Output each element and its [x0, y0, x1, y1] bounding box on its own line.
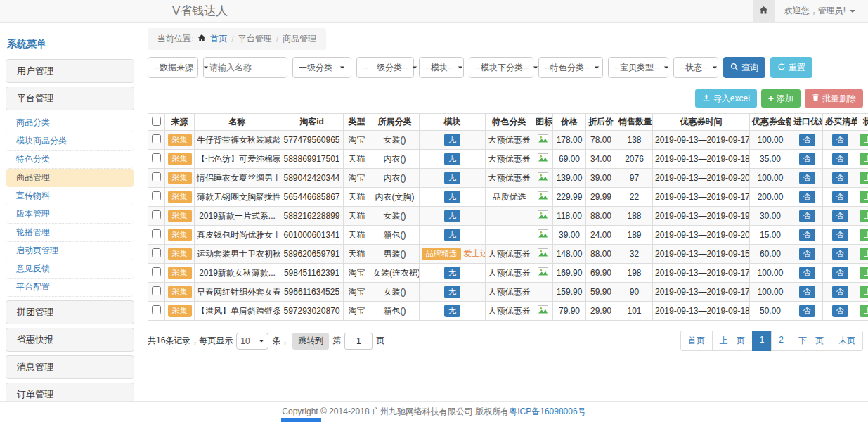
add-button[interactable]: + 添加 — [761, 89, 801, 108]
filter-select[interactable]: --模块-- — [419, 57, 464, 78]
table-row: 采集牛仔背带裤女秋装减龄...577479560965淘宝女装()无大额优惠券1… — [148, 131, 868, 150]
page-button[interactable]: 末页 — [831, 331, 863, 351]
module-badge: 品牌精选 — [422, 248, 461, 260]
icp-link[interactable]: 粤ICP备16098006号 — [509, 406, 585, 418]
sidebar-group[interactable]: 省惠快报 — [6, 328, 134, 352]
import-select-badge: 否 — [799, 153, 815, 165]
query-button[interactable]: 查询 — [723, 57, 765, 78]
sidebar-group[interactable]: 消息管理 — [6, 355, 134, 379]
module-badge: 无 — [444, 191, 460, 203]
must-buy-cell: 否 — [823, 169, 857, 188]
source-cell: 采集 — [165, 283, 195, 302]
filter-select[interactable]: --特色分类-- — [538, 57, 603, 78]
column-header: 模块 — [420, 114, 486, 131]
filter-select[interactable]: 一级分类 — [292, 57, 351, 78]
module-badge: 无 — [444, 210, 460, 222]
price: 148.00 — [553, 245, 586, 264]
breadcrumb-home-link[interactable]: 首页 — [210, 33, 227, 45]
coupon-amount: 200.00 — [750, 188, 791, 207]
product-icon-cell — [533, 169, 553, 188]
row-checkbox[interactable] — [152, 172, 161, 181]
row-checkbox[interactable] — [152, 267, 161, 276]
sidebar-item[interactable]: 平台配置 — [6, 279, 134, 297]
status-badge: 上架 — [860, 210, 868, 222]
reset-button[interactable]: 重置 — [770, 57, 812, 78]
sidebar-group[interactable]: 用户管理 — [6, 59, 134, 83]
sidebar-group[interactable]: 拼团管理 — [6, 300, 134, 324]
filter-select-label: --模块下分类-- — [475, 62, 529, 74]
jump-button[interactable]: 跳转到 — [292, 333, 329, 350]
row-checkbox[interactable] — [152, 305, 161, 314]
page-size-select[interactable]: 10 — [236, 333, 268, 350]
sidebar-item[interactable]: 意见反馈 — [6, 260, 134, 279]
breadcrumb-separator: / — [231, 34, 233, 44]
coupon-amount: 35.00 — [750, 150, 791, 169]
page-button[interactable]: 下一页 — [791, 331, 831, 351]
product-name: 早春网红针织外套女春... — [195, 283, 280, 302]
import-excel-button[interactable]: 导入excel — [695, 89, 757, 108]
must-buy-cell: 否 — [823, 131, 857, 150]
row-checkbox[interactable] — [152, 248, 161, 257]
select-all-checkbox[interactable] — [152, 117, 161, 126]
page-button[interactable]: 2 — [771, 331, 791, 351]
import-select-badge: 否 — [799, 286, 815, 298]
coupon-amount: 100.00 — [750, 264, 791, 283]
status-cell: 上架 — [857, 207, 868, 226]
product-category: 女装() — [370, 207, 420, 226]
column-header: 所属分类 — [370, 114, 420, 131]
filter-select[interactable]: --模块下分类-- — [469, 57, 533, 78]
data-source-select[interactable]: --数据来源-- — [148, 57, 198, 78]
sidebar-item[interactable]: 商品管理 — [6, 169, 134, 187]
column-header: 特色分类 — [486, 114, 533, 131]
sidebar-item[interactable]: 版本管理 — [6, 205, 134, 224]
page-button[interactable]: 上一页 — [712, 331, 753, 351]
sidebar-item[interactable]: 商品分类 — [6, 114, 134, 132]
feature-category: 大额优惠券 — [486, 131, 533, 150]
sidebar-item[interactable]: 启动页管理 — [6, 242, 134, 260]
price: 139.00 — [553, 169, 586, 188]
sidebar-group[interactable]: 订单管理 — [6, 383, 134, 401]
sales-count: 22 — [616, 188, 653, 207]
price: 118.00 — [553, 207, 586, 226]
chevron-down-icon — [533, 66, 538, 68]
home-button[interactable] — [753, 0, 775, 22]
table-row: 采集薄款无钢圈文胸聚拢性...565446685867天猫内衣(文胸)无品质优选… — [148, 188, 868, 207]
discount-price: 39.00 — [586, 169, 616, 188]
source-badge: 采集 — [168, 134, 192, 146]
row-checkbox[interactable] — [152, 210, 161, 219]
source-badge: 采集 — [168, 191, 192, 203]
page-button[interactable]: 1 — [752, 331, 772, 351]
filter-select[interactable]: --状态-- — [673, 57, 718, 78]
row-checkbox[interactable] — [152, 286, 161, 295]
coupon-amount: 15.00 — [750, 226, 791, 245]
sidebar-item[interactable]: 模块商品分类 — [6, 132, 134, 151]
table-row: 采集【七色纺】可爱纯棉家...588869917501天猫内衣()无大额优惠券6… — [148, 150, 868, 169]
welcome-text: 欢迎您，管理员! — [784, 5, 846, 17]
products-table: 来源名称淘客id类型所属分类模块特色分类图标价格折后价销售数量优惠券时间优惠券金… — [148, 113, 868, 321]
batch-delete-button[interactable]: 批量删除 — [805, 89, 863, 108]
taoke-id: 577479560965 — [280, 131, 344, 150]
sales-count: 90 — [616, 283, 653, 302]
name-input[interactable] — [203, 57, 287, 78]
product-type: 淘宝 — [344, 131, 370, 150]
sidebar-item[interactable]: 宣传物料 — [6, 187, 134, 205]
copyright-text: Copyright © 2014-2018 广州九驰网络科技有限公司 版权所有 — [282, 406, 509, 418]
sidebar-item[interactable]: 轮播管理 — [6, 224, 134, 242]
user-menu[interactable]: 欢迎您，管理员! — [775, 0, 868, 22]
row-checkbox[interactable] — [152, 229, 161, 238]
row-checkbox[interactable] — [152, 191, 161, 200]
import-select-badge: 否 — [799, 191, 815, 203]
sidebar-item[interactable]: 特色分类 — [6, 151, 134, 169]
sidebar-group[interactable]: 平台管理 — [6, 87, 134, 110]
import-select-badge: 否 — [799, 248, 815, 260]
product-type: 淘宝 — [344, 169, 370, 188]
row-checkbox[interactable] — [152, 153, 161, 162]
row-checkbox[interactable] — [152, 134, 161, 143]
filter-select[interactable]: --二级分类-- — [356, 57, 414, 78]
status-badge: 上架 — [860, 134, 868, 146]
page-number-input[interactable] — [344, 333, 373, 350]
page-button[interactable]: 首页 — [680, 331, 713, 351]
filter-select[interactable]: --宝贝类型-- — [608, 57, 668, 78]
row-checkbox-cell — [148, 264, 165, 283]
product-category: 女装() — [370, 283, 420, 302]
